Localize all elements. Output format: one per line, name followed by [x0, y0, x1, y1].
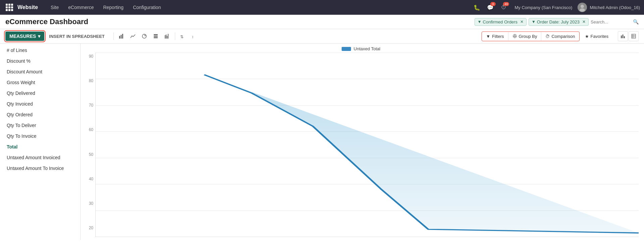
filters-label: Filters [492, 34, 504, 39]
search-wrap [591, 19, 631, 24]
stacked-bar-view-button[interactable] [162, 31, 172, 41]
chart-svg [96, 53, 639, 237]
sort-desc-button[interactable]: ↕ [189, 31, 199, 41]
filter-funnel-icon: ▼ [478, 19, 482, 24]
measure-item-total[interactable]: Total [0, 141, 80, 152]
chat-icon-button[interactable]: 💬 6 [485, 2, 496, 13]
filter-confirmed-orders: ▼ Confirmed Orders ✕ [475, 18, 527, 26]
page-title: eCommerce Dashboard [5, 17, 88, 26]
search-icon[interactable]: 🔍 [633, 19, 639, 24]
brand-logo: Website [17, 4, 38, 10]
svg-rect-17 [623, 35, 624, 38]
username-label: Mitchell Admin (Odoo_16) [590, 5, 640, 10]
favorites-label: Favorites [591, 34, 608, 39]
bar-chart-view-button[interactable] [116, 31, 127, 41]
svg-rect-13 [168, 34, 168, 39]
search-input[interactable] [591, 19, 624, 24]
svg-text:↕: ↕ [192, 35, 194, 39]
sort-asc-button[interactable]: ⇅ [178, 31, 188, 41]
svg-rect-16 [621, 36, 622, 38]
measures-chevron-icon: ▾ [38, 34, 40, 39]
svg-rect-5 [122, 34, 123, 39]
svg-rect-3 [119, 36, 120, 39]
y-label-50: 50 [89, 152, 93, 157]
nav-item-site[interactable]: Site [46, 0, 63, 15]
measure-item-untaxed-invoiced[interactable]: Untaxed Amount Invoiced [0, 152, 80, 163]
filter-group-buttons: ▼ Filters Group By ⏱ Comparison [482, 32, 579, 41]
y-label-70: 70 [89, 103, 93, 108]
topnav-right-area: 🐛 💬 6 ⏱ 49 My Company (San Francisco) Mi… [472, 2, 640, 13]
filter-funnel-icon-2: ▼ [532, 19, 536, 24]
measure-item-qty-delivered[interactable]: Qty Delivered [0, 88, 80, 99]
measure-item-qty-ordered[interactable]: Qty Ordered [0, 109, 80, 120]
measure-item-discount-pct[interactable]: Discount % [0, 56, 80, 66]
filters-button[interactable]: ▼ Filters [482, 32, 508, 41]
y-axis: 90 80 70 60 50 40 30 20 [83, 53, 95, 237]
svg-rect-9 [154, 37, 158, 38]
company-name: My Company (San Francisco) [514, 5, 572, 10]
measure-item-qty-to-deliver[interactable]: Qty To Deliver [0, 120, 80, 131]
svg-rect-4 [120, 35, 121, 39]
favorites-button[interactable]: ★ Favorites [581, 32, 612, 41]
nav-item-ecommerce[interactable]: eCommerce [63, 0, 98, 15]
svg-rect-11 [166, 35, 166, 39]
nav-item-reporting[interactable]: Reporting [98, 0, 128, 15]
filters-funnel-icon: ▼ [486, 34, 490, 39]
measure-item-untaxed-to-invoice[interactable]: Untaxed Amount To Invoice [0, 163, 80, 174]
chart-view-toggle[interactable] [618, 31, 628, 41]
measure-item-qty-invoiced[interactable]: Qty Invoiced [0, 99, 80, 109]
svg-rect-18 [624, 36, 625, 38]
svg-text:⇅: ⇅ [180, 35, 184, 39]
chat-badge: 6 [490, 2, 496, 6]
svg-point-2 [580, 8, 585, 12]
filter-order-date-close[interactable]: ✕ [582, 19, 586, 24]
user-avatar[interactable] [578, 3, 587, 12]
pie-chart-view-button[interactable] [139, 31, 149, 41]
stack-view-button[interactable] [151, 31, 161, 41]
legend-color-swatch [342, 47, 351, 51]
measure-item-discount-amount[interactable]: Discount Amount [0, 66, 80, 77]
nav-items: Site eCommerce Reporting Configuration [46, 0, 165, 15]
chart-inner [95, 53, 639, 237]
measure-item-gross-weight[interactable]: Gross Weight [0, 77, 80, 88]
svg-rect-8 [154, 36, 158, 37]
apps-menu-button[interactable] [4, 2, 15, 13]
favorites-star-icon: ★ [585, 34, 589, 39]
svg-point-1 [581, 5, 584, 8]
chart-wrap: 90 80 70 60 50 40 30 20 [83, 53, 639, 237]
y-label-30: 30 [89, 201, 93, 206]
groupby-label: Group By [519, 34, 537, 39]
clock-icon-button[interactable]: ⏱ 49 [498, 2, 509, 13]
svg-rect-12 [167, 36, 167, 39]
comparison-label: Comparison [551, 34, 575, 39]
clock-badge: 49 [503, 2, 509, 6]
y-label-90: 90 [89, 54, 93, 59]
filter-order-date-label: Order Date: July 2023 [537, 19, 580, 24]
measures-label: MEASURES [9, 34, 36, 39]
top-navigation: Website Site eCommerce Reporting Configu… [0, 0, 644, 15]
groupby-layers-icon [512, 34, 517, 39]
svg-rect-10 [165, 35, 165, 39]
svg-rect-19 [632, 34, 636, 38]
table-view-toggle[interactable] [629, 31, 639, 41]
insert-spreadsheet-button[interactable]: INSERT IN SPREADSHEET [46, 32, 108, 41]
y-label-40: 40 [89, 177, 93, 181]
comparison-icon: ⏱ [545, 34, 550, 39]
y-label-80: 80 [89, 78, 93, 83]
measure-item-lines[interactable]: # of Lines [0, 45, 80, 56]
measures-button[interactable]: MEASURES ▾ [5, 32, 44, 41]
measure-item-qty-to-invoice[interactable]: Qty To Invoice [0, 131, 80, 141]
page-header: eCommerce Dashboard ▼ Confirmed Orders ✕… [0, 15, 644, 29]
line-chart-view-button[interactable] [128, 31, 138, 41]
main-area: # of Lines Discount % Discount Amount Gr… [0, 44, 644, 240]
nav-item-configuration[interactable]: Configuration [128, 0, 165, 15]
filter-confirmed-orders-close[interactable]: ✕ [520, 19, 524, 24]
y-label-60: 60 [89, 127, 93, 132]
bug-icon-button[interactable]: 🐛 [472, 2, 482, 13]
groupby-button[interactable]: Group By [508, 32, 542, 41]
svg-rect-7 [154, 34, 158, 35]
comparison-button[interactable]: ⏱ Comparison [541, 32, 579, 41]
filter-confirmed-orders-label: Confirmed Orders [483, 19, 517, 24]
filter-order-date: ▼ Order Date: July 2023 ✕ [529, 18, 589, 26]
filter-bar: ▼ Confirmed Orders ✕ ▼ Order Date: July … [475, 18, 639, 26]
